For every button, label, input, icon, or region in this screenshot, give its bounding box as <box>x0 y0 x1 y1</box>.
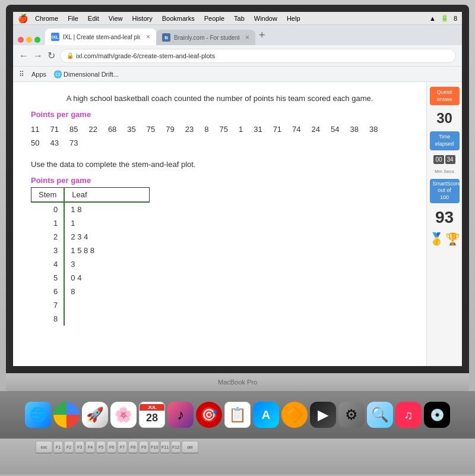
key-delete[interactable]: del <box>182 441 198 453</box>
stem-cell-3: 3 <box>31 244 65 257</box>
inactive-tab-label: Brainly.com - For students. By <box>174 34 239 41</box>
url-bar[interactable]: 🔒 ixl.com/math/grade-6/create-stem-and-l… <box>60 49 456 63</box>
key-f2[interactable]: F2 <box>64 441 74 453</box>
menubar-items: Chrome File Edit View History Bookmarks … <box>35 15 300 22</box>
val-38a: 38 <box>350 122 359 136</box>
time-min: 00 <box>433 155 444 164</box>
minimize-button[interactable] <box>26 37 32 43</box>
tab-bar: IXL IXL | Create stem-and-leaf plo × B B… <box>13 25 462 45</box>
refresh-button[interactable]: ↻ <box>48 50 55 61</box>
maximize-button[interactable] <box>34 37 40 43</box>
dock-music[interactable]: ♫ <box>395 402 422 428</box>
val-23: 23 <box>185 122 194 136</box>
val-22: 22 <box>88 122 97 136</box>
smart-score-button[interactable]: SmartScore out of 100 <box>430 179 460 203</box>
url-text: ixl.com/math/grade-6/create-stem-and-lea… <box>76 52 215 59</box>
dock-target[interactable]: 🎯 <box>196 402 222 428</box>
table-row: 11 <box>31 216 150 230</box>
inactive-tab[interactable]: B Brainly.com - For students. By × <box>156 30 255 45</box>
apps-grid-icon: ⠿ <box>19 70 24 78</box>
table-row: 01 8 <box>31 202 150 216</box>
screen: 🍎 Chrome File Edit View History Bookmark… <box>13 12 462 366</box>
menu-help[interactable]: Help <box>287 15 300 22</box>
key-f12[interactable]: F12 <box>171 441 180 453</box>
menu-bookmarks[interactable]: Bookmarks <box>162 15 195 22</box>
leaf-cell-5[interactable]: 0 4 <box>64 271 149 285</box>
val-50: 50 <box>31 136 39 150</box>
stem-leaf-table: Stem Leaf 01 81122 3 431 5 8 84350 46878 <box>31 187 150 326</box>
key-f4[interactable]: F4 <box>86 441 95 453</box>
screen-bezel: 🍎 Chrome File Edit View History Bookmark… <box>6 5 469 373</box>
apple-menu[interactable]: 🍎 <box>18 14 28 23</box>
bookmark-apps[interactable]: Apps <box>31 71 46 78</box>
new-tab-button[interactable]: + <box>259 30 265 40</box>
menu-file[interactable]: File <box>68 15 78 22</box>
key-f1[interactable]: F1 <box>53 441 63 453</box>
dock-reminders[interactable]: 📋 <box>224 402 251 428</box>
table-row: 8 <box>31 312 150 326</box>
dock-vlc[interactable]: 🔶 <box>281 402 308 428</box>
leaf-cell-2[interactable]: 2 3 4 <box>64 230 149 244</box>
leaf-cell-3[interactable]: 1 5 8 8 <box>64 244 149 257</box>
leaf-cell-4[interactable]: 3 <box>64 257 149 271</box>
active-tab-label: IXL | Create stem-and-leaf plo <box>63 34 140 40</box>
inactive-tab-close[interactable]: × <box>245 33 249 42</box>
key-f10[interactable]: F10 <box>150 441 159 453</box>
dock-calendar[interactable]: JUL 28 <box>139 402 165 428</box>
dock-finder2[interactable]: 🔍 <box>367 402 393 428</box>
dock-appstore[interactable]: A <box>253 402 279 428</box>
menu-chrome[interactable]: Chrome <box>35 15 58 22</box>
key-f8[interactable]: F8 <box>128 441 138 453</box>
smart-score-value: 93 <box>435 208 454 227</box>
active-tab-close[interactable]: × <box>146 33 150 41</box>
key-f5[interactable]: F5 <box>96 441 106 453</box>
val-1: 1 <box>239 122 243 136</box>
leaf-cell-8[interactable] <box>64 312 149 326</box>
active-tab[interactable]: IXL IXL | Create stem-and-leaf plo × <box>45 29 156 45</box>
leaf-cell-6[interactable]: 8 <box>64 285 149 298</box>
key-f3[interactable]: F3 <box>75 441 84 453</box>
security-icon: 🔒 <box>66 52 74 59</box>
leaf-cell-7[interactable] <box>64 298 149 312</box>
key-f11[interactable]: F11 <box>160 441 170 453</box>
dock-quicktime[interactable]: ▶ <box>310 402 336 428</box>
data-row-1: 11 71 85 22 68 35 75 79 23 8 75 <box>31 122 408 136</box>
chrome-window: IXL IXL | Create stem-and-leaf plo × B B… <box>13 25 462 366</box>
leaf-cell-0[interactable]: 1 8 <box>64 202 149 216</box>
data-title-1: Points per game <box>31 110 408 119</box>
menu-edit[interactable]: Edit <box>88 15 99 22</box>
key-esc[interactable]: esc <box>36 441 52 453</box>
time-button[interactable]: Time elapsed <box>430 131 460 150</box>
val-68: 68 <box>108 122 116 136</box>
dock-sysprefs[interactable]: ⚙ <box>338 402 365 428</box>
val-8: 8 <box>204 122 208 136</box>
dock-chrome[interactable] <box>53 402 80 428</box>
menu-tab[interactable]: Tab <box>234 15 245 22</box>
ixl-tab-icon: IXL <box>51 33 59 41</box>
plot-title: Points per game <box>31 176 408 185</box>
leaf-cell-1[interactable]: 1 <box>64 216 149 230</box>
stem-cell-0: 0 <box>31 202 65 216</box>
dock-itunes[interactable]: ♪ <box>167 402 194 428</box>
bookmark-dimensional[interactable]: 🌐 Dimensional Drift... <box>53 70 119 78</box>
questions-button[interactable]: Questi answe <box>430 87 460 105</box>
forward-button[interactable]: → <box>33 51 43 61</box>
dock-rocket[interactable]: 🚀 <box>82 402 108 428</box>
back-button[interactable]: ← <box>19 51 28 61</box>
dock-photos[interactable]: 🌸 <box>110 402 137 428</box>
close-button[interactable] <box>18 37 24 43</box>
key-f6[interactable]: F6 <box>107 441 116 453</box>
menu-history[interactable]: History <box>132 15 152 22</box>
stem-cell-2: 2 <box>31 230 65 244</box>
menu-people[interactable]: People <box>204 15 224 22</box>
key-f9[interactable]: F9 <box>139 441 148 453</box>
table-row: 50 4 <box>31 271 150 285</box>
stem-cell-4: 4 <box>31 257 65 271</box>
dock-dvd[interactable]: 💿 <box>424 402 450 428</box>
content-area: A high school basketball coach counted t… <box>13 82 462 366</box>
menu-view[interactable]: View <box>109 15 123 22</box>
dock-finder[interactable]: 🌐 <box>25 402 51 428</box>
key-f7[interactable]: F7 <box>118 441 127 453</box>
menu-window[interactable]: Window <box>254 15 277 22</box>
val-31: 31 <box>254 122 262 136</box>
